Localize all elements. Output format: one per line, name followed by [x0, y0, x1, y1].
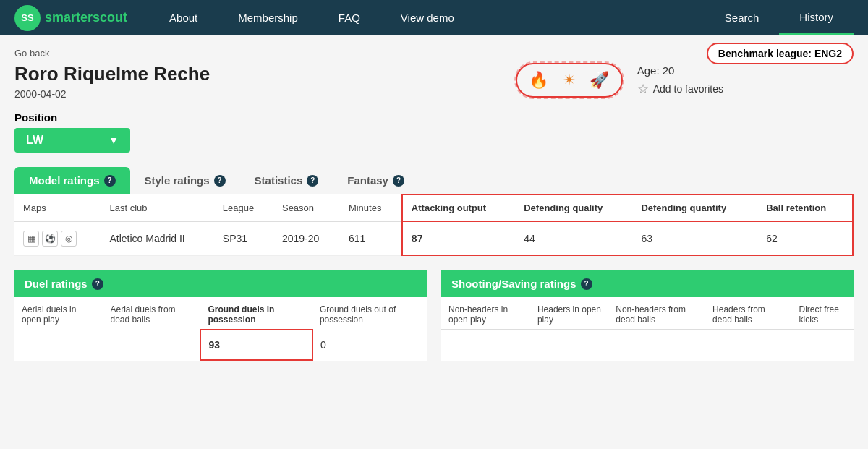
cell-attacking: 87 [402, 221, 515, 255]
player-age: Age: 20 [637, 64, 723, 77]
tab-statistics[interactable]: Statistics ? [240, 167, 333, 194]
duel-ratings-table: Aerial duels in open play Aerial duels f… [14, 297, 427, 361]
dropdown-arrow-icon: ▼ [109, 134, 119, 146]
tab-fantasy[interactable]: Fantasy ? [333, 167, 419, 194]
cell-ball: 62 [757, 221, 853, 255]
table-row: ▦ ⚽ ◎ Atletico Madrid II SP31 2019-20 61… [14, 221, 853, 255]
duel-aerial-open [14, 330, 103, 360]
position-label: Position [14, 111, 854, 124]
bottom-grid: Duel ratings ? Aerial duels in open play… [14, 270, 854, 361]
shoot-h-dead [705, 330, 791, 348]
tab-style-ratings[interactable]: Style ratings ? [130, 167, 240, 194]
nav-membership[interactable]: Membership [218, 0, 318, 35]
add-favorites[interactable]: ☆ Add to favorites [637, 81, 723, 97]
cell-season: 2019-20 [273, 221, 340, 255]
soccer-icon[interactable]: ⚽ [42, 231, 58, 247]
nav-faq[interactable]: FAQ [318, 0, 380, 35]
shoot-h-open [530, 330, 608, 348]
duel-col-ground-poss: Ground duels in possession [200, 297, 312, 330]
shoot-col-h-open: Headers in open play [530, 297, 608, 330]
player-age-fav: Age: 20 ☆ Add to favorites [637, 64, 723, 97]
duel-ground-poss: 93 [200, 330, 312, 360]
logo-icon: SS [14, 5, 41, 31]
nav-about[interactable]: About [149, 0, 218, 35]
player-name: Roro Riquelme Reche [14, 63, 210, 85]
shooting-ratings-header: Shooting/Saving ratings ? [441, 270, 854, 297]
player-icons-wrapper: 🔥 ✴ 🚀 [516, 63, 623, 98]
shoot-col-dfk: Direct free kicks [791, 297, 854, 330]
col-ball-retention: Ball retention [757, 194, 853, 221]
nav-links: About Membership FAQ View demo [149, 0, 705, 35]
col-maps: Maps [14, 194, 101, 221]
col-defending-q: Defending quality [515, 194, 632, 221]
shooting-ratings-help-icon[interactable]: ? [581, 278, 592, 290]
nav-right: Search History [705, 0, 854, 35]
duel-row: 93 0 [14, 330, 427, 360]
fantasy-help-icon[interactable]: ? [393, 175, 404, 187]
duel-aerial-dead [103, 330, 201, 360]
main-content: Go back Roro Riquelme Reche 2000-04-02 🔥… [0, 35, 868, 372]
duel-col-aerial-open: Aerial duels in open play [14, 297, 103, 330]
duel-ground-out: 0 [312, 330, 427, 360]
tab-model-ratings[interactable]: Model ratings ? [14, 167, 130, 194]
star-icon: ☆ [637, 81, 649, 97]
player-header: Roro Riquelme Reche 2000-04-02 🔥 ✴ 🚀 Age… [14, 63, 854, 100]
target-icon[interactable]: ◎ [61, 231, 77, 247]
cell-club: Atletico Madrid II [101, 221, 213, 255]
shooting-ratings-card: Shooting/Saving ratings ? Non-headers in… [441, 270, 854, 361]
col-season: Season [273, 194, 340, 221]
player-dob: 2000-04-02 [14, 88, 210, 100]
style-ratings-help-icon[interactable]: ? [214, 175, 226, 187]
position-value: LW [26, 134, 43, 147]
logo[interactable]: SS smarterscout [14, 5, 127, 31]
model-ratings-table: Maps Last club League Season Minutes Att… [14, 194, 854, 256]
map-icons: ▦ ⚽ ◎ [23, 231, 92, 247]
player-info: Roro Riquelme Reche 2000-04-02 [14, 63, 210, 100]
col-attacking: Attacking output [402, 194, 515, 221]
player-icons: 🔥 ✴ 🚀 [516, 63, 623, 98]
duel-ratings-help-icon[interactable]: ? [92, 278, 103, 290]
position-dropdown[interactable]: LW ▼ [14, 128, 130, 153]
col-defending-qty: Defending quantity [632, 194, 757, 221]
player-meta: 🔥 ✴ 🚀 Age: 20 ☆ Add to favorites [516, 63, 723, 98]
shoot-col-h-dead: Headers from dead balls [705, 297, 791, 330]
nav-history[interactable]: History [779, 0, 854, 35]
shoot-col-nh-dead: Non-headers from dead balls [608, 297, 705, 330]
benchmark-box[interactable]: Benchmark league: ENG2 [707, 43, 854, 64]
duel-col-ground-out: Ground duels out of possession [312, 297, 427, 330]
add-fav-label: Add to favorites [653, 83, 723, 95]
statistics-help-icon[interactable]: ? [307, 175, 318, 187]
col-last-club: Last club [101, 194, 213, 221]
duel-ratings-card: Duel ratings ? Aerial duels in open play… [14, 270, 427, 361]
duel-col-aerial-dead: Aerial duels from dead balls [103, 297, 201, 330]
shoot-nh-open [441, 330, 530, 348]
sun-icon: ✴ [558, 69, 581, 92]
col-league: League [214, 194, 273, 221]
logo-text: smarterscout [45, 10, 127, 25]
shoot-row [441, 330, 854, 348]
duel-ratings-header: Duel ratings ? [14, 270, 427, 297]
fire-icon: 🔥 [527, 69, 550, 92]
nav-viewdemo[interactable]: View demo [380, 0, 475, 35]
shoot-col-nh-open: Non-headers in open play [441, 297, 530, 330]
model-ratings-table-wrapper: Maps Last club League Season Minutes Att… [14, 194, 854, 256]
col-minutes: Minutes [340, 194, 402, 221]
shoot-nh-dead [608, 330, 705, 348]
cell-defending-qty: 63 [632, 221, 757, 255]
tabs: Model ratings ? Style ratings ? Statisti… [14, 167, 854, 194]
cell-maps: ▦ ⚽ ◎ [14, 221, 101, 255]
cell-minutes: 611 [340, 221, 402, 255]
shoot-dfk [791, 330, 854, 348]
go-back-link[interactable]: Go back [14, 48, 49, 59]
shooting-ratings-table: Non-headers in open play Headers in open… [441, 297, 854, 347]
cell-defending-q: 44 [515, 221, 632, 255]
nav-search[interactable]: Search [705, 0, 780, 35]
rocket-icon: 🚀 [588, 69, 611, 92]
cell-league: SP31 [214, 221, 273, 255]
grid-icon[interactable]: ▦ [23, 231, 39, 247]
benchmark-label: Benchmark league: ENG2 [718, 48, 842, 59]
navbar: SS smarterscout About Membership FAQ Vie… [0, 0, 868, 35]
position-section: Position LW ▼ [14, 111, 854, 153]
model-ratings-help-icon[interactable]: ? [104, 175, 116, 187]
